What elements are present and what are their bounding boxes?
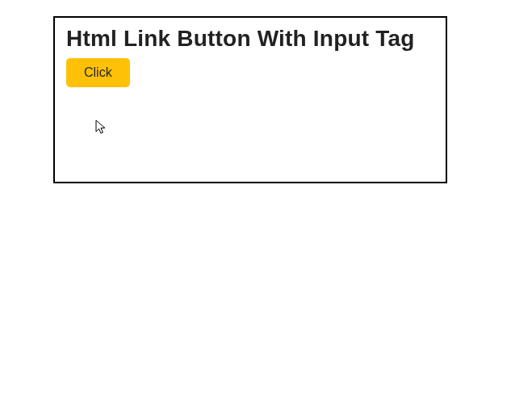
click-button[interactable] [66,58,130,87]
demo-panel: Html Link Button With Input Tag [53,16,447,183]
page-title: Html Link Button With Input Tag [66,26,434,52]
